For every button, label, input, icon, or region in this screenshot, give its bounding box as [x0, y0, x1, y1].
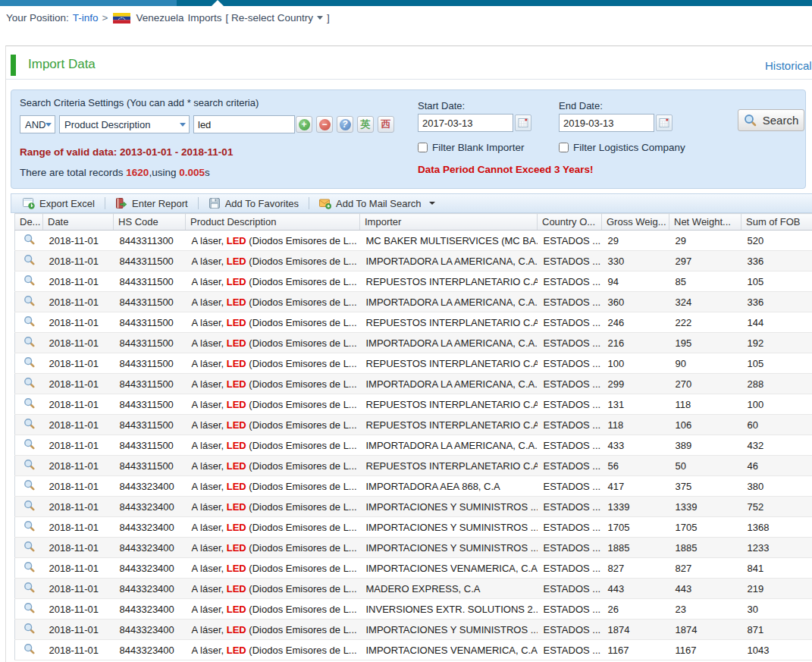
top-nav-bar: [0, 0, 812, 6]
end-date-input[interactable]: [559, 114, 654, 132]
detail-cell: [15, 374, 43, 394]
search-icon: [744, 114, 757, 127]
col-header-net-weight[interactable]: Net Weight...: [669, 214, 741, 231]
reselect-country-link[interactable]: [ Re-select Country ]: [226, 12, 330, 24]
start-date-input[interactable]: [418, 114, 513, 132]
enter-report-button[interactable]: Enter Report: [111, 197, 193, 209]
search-button[interactable]: Search: [738, 109, 804, 131]
search-panel-title: Search Criteria Settings (You can add * …: [20, 97, 259, 108]
language-english-button[interactable]: 英: [357, 116, 374, 133]
remove-criteria-button[interactable]: −: [316, 116, 333, 133]
keyword-input[interactable]: [193, 115, 295, 133]
detail-magnifier-icon[interactable]: [24, 520, 35, 532]
hs-code-cell: 8443323400: [114, 558, 186, 579]
language-spanish-button[interactable]: 西: [378, 116, 394, 133]
help-button[interactable]: ?: [337, 116, 353, 133]
col-header-fob[interactable]: Sum of FOB: [741, 214, 812, 231]
calendar-icon[interactable]: [656, 115, 672, 131]
detail-cell: [15, 251, 43, 271]
detail-magnifier-icon[interactable]: [24, 438, 35, 450]
date-cell: 2018-11-01: [43, 640, 114, 660]
country-cell: ESTADOS ...: [538, 497, 602, 517]
col-header-product[interactable]: Product Description: [186, 214, 360, 231]
add-criteria-button[interactable]: +: [296, 116, 312, 133]
importer-cell: REPUESTOS INTERPLANETARIO C.A.: [360, 312, 538, 333]
net-weight-cell: 23: [669, 599, 741, 620]
importer-cell: REPUESTOS INTERPLANETARIO C.A.: [360, 415, 538, 435]
date-cell: 2018-11-01: [43, 538, 114, 558]
venezuela-flag-icon: [113, 13, 130, 24]
add-to-mail-search-button[interactable]: Add To Mail Search: [315, 197, 440, 209]
net-weight-cell: 1339: [669, 497, 741, 517]
country-cell: ESTADOS ...: [538, 435, 602, 456]
toolbar-separator: [309, 197, 309, 209]
col-header-importer[interactable]: Importer: [360, 214, 538, 231]
detail-magnifier-icon[interactable]: [24, 561, 35, 573]
table-row: 2018-11-01 8443323400 A láser, LED (Diod…: [15, 579, 812, 599]
detail-magnifier-icon[interactable]: [24, 500, 35, 511]
hs-code-cell: 8443323400: [114, 538, 186, 558]
breadcrumb-link-tinfo[interactable]: T-info: [73, 12, 99, 24]
detail-magnifier-icon[interactable]: [24, 254, 35, 265]
net-weight-cell: 85: [669, 271, 741, 292]
filter-blank-importer-checkbox[interactable]: [418, 143, 428, 152]
table-row: 2018-11-01 8443311500 A láser, LED (Diod…: [15, 333, 812, 353]
detail-magnifier-icon[interactable]: [24, 479, 35, 491]
search-field-select[interactable]: Product Description: [59, 115, 190, 133]
gross-weight-cell: 1167: [602, 640, 669, 660]
hs-code-cell: 8443311500: [114, 394, 186, 415]
historical-link[interactable]: Historical: [765, 59, 812, 72]
query-time: 0.005: [179, 167, 205, 178]
date-cell: 2018-11-01: [43, 599, 114, 620]
detail-magnifier-icon[interactable]: [24, 336, 35, 347]
detail-magnifier-icon[interactable]: [24, 623, 35, 634]
detail-magnifier-icon[interactable]: [24, 459, 35, 470]
importer-cell: IMPORTACIONES Y SUMINISTROS ...: [360, 517, 538, 538]
report-icon: [115, 197, 127, 209]
col-header-country[interactable]: Country O...: [538, 214, 602, 231]
chevron-down-icon: [429, 202, 435, 205]
calendar-icon[interactable]: [515, 115, 531, 131]
export-excel-button[interactable]: Export Excel: [18, 197, 99, 209]
gross-weight-cell: 26: [602, 599, 669, 620]
detail-magnifier-icon[interactable]: [24, 295, 35, 306]
start-date-label: Start Date:: [418, 100, 465, 111]
col-header-gross-weight[interactable]: Gross Weig...: [602, 214, 669, 231]
hs-code-cell: 8443311500: [114, 312, 186, 333]
importer-cell: MC BAKER MULTISERVICES (MC BA...: [360, 231, 538, 251]
detail-magnifier-icon[interactable]: [24, 275, 35, 286]
fob-cell: 46: [741, 456, 812, 476]
detail-magnifier-icon[interactable]: [24, 541, 35, 552]
date-cell: 2018-11-01: [43, 353, 114, 374]
gross-weight-cell: 1874: [602, 620, 669, 640]
detail-magnifier-icon[interactable]: [24, 356, 35, 368]
detail-magnifier-icon[interactable]: [24, 234, 35, 245]
detail-magnifier-icon[interactable]: [24, 397, 35, 409]
net-weight-cell: 90: [669, 353, 741, 374]
detail-magnifier-icon[interactable]: [24, 582, 35, 593]
country-cell: ESTADOS ...: [538, 374, 602, 394]
detail-magnifier-icon[interactable]: [24, 602, 35, 613]
filter-logistics-checkbox[interactable]: [559, 143, 569, 152]
add-to-favorites-button[interactable]: Add To Favorites: [204, 197, 303, 209]
detail-magnifier-icon[interactable]: [24, 377, 35, 388]
table-row: 2018-11-01 8443323400 A láser, LED (Diod…: [15, 558, 812, 579]
date-cell: 2018-11-01: [43, 374, 114, 394]
net-weight-cell: 1167: [669, 640, 741, 660]
col-header-date[interactable]: Date: [43, 214, 114, 231]
fob-cell: 336: [741, 292, 812, 312]
led-highlight: LED: [227, 481, 246, 492]
net-weight-cell: 29: [669, 231, 741, 251]
country-cell: ESTADOS ...: [538, 353, 602, 374]
boolean-operator-select[interactable]: AND: [20, 115, 55, 133]
detail-magnifier-icon[interactable]: [24, 418, 35, 429]
detail-magnifier-icon[interactable]: [24, 315, 35, 327]
country-cell: ESTADOS ...: [538, 415, 602, 435]
date-cell: 2018-11-01: [43, 292, 114, 312]
valid-data-range: Range of valid data: 2013-01-01 - 2018-1…: [20, 146, 233, 158]
filter-logistics-row: Filter Logistics Company: [559, 142, 685, 153]
detail-cell: [15, 497, 43, 517]
col-header-detail[interactable]: De...: [15, 214, 43, 231]
detail-magnifier-icon[interactable]: [24, 643, 35, 654]
col-header-hs-code[interactable]: HS Code: [114, 214, 186, 231]
